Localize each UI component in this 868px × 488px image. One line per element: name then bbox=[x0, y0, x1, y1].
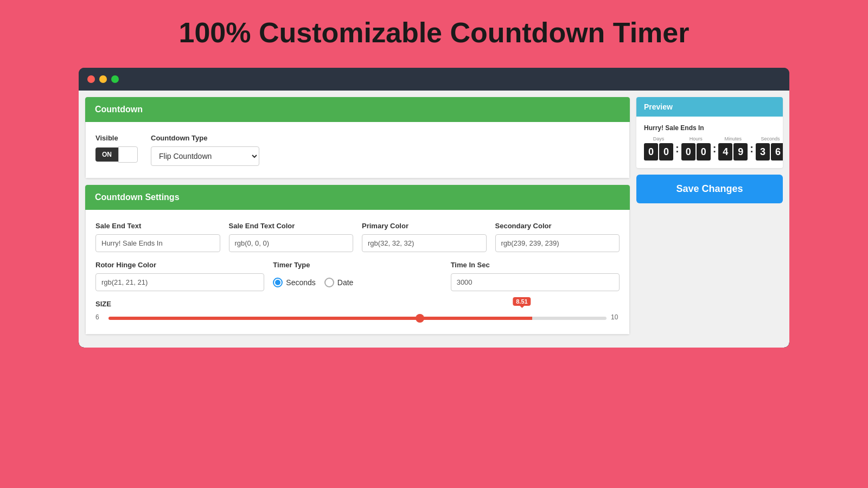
timer-seconds-label[interactable]: Seconds bbox=[273, 278, 315, 287]
countdown-hours: Hours 0 0 bbox=[681, 136, 711, 160]
sale-end-color-input[interactable] bbox=[229, 234, 354, 252]
timer-type-group: Timer Type Seconds Date bbox=[273, 261, 442, 291]
timer-date-label[interactable]: Date bbox=[324, 278, 354, 287]
countdown-section: Countdown Visible ON Countdo bbox=[85, 97, 630, 178]
separator-3: : bbox=[749, 143, 755, 155]
timer-type-label: Timer Type bbox=[273, 261, 442, 269]
rotor-hinge-color-input[interactable] bbox=[95, 273, 264, 291]
countdown-section-body: Visible ON Countdown Type Flip Countdown bbox=[85, 122, 630, 178]
sale-end-text-group: Sale End Text bbox=[95, 222, 220, 252]
primary-color-group: Primary Color bbox=[362, 222, 487, 252]
separator-2: : bbox=[712, 143, 718, 155]
page-title: 100% Customizable Countdown Timer bbox=[179, 16, 690, 49]
time-in-sec-label: Time In Sec bbox=[451, 261, 620, 269]
days-digit-1: 0 bbox=[644, 143, 658, 160]
size-slider[interactable] bbox=[108, 317, 607, 320]
content-area: Countdown Visible ON Countdo bbox=[79, 91, 789, 348]
size-section: SIZE 6 8.51 10 bbox=[95, 300, 620, 322]
timer-seconds-radio[interactable] bbox=[273, 278, 283, 287]
seconds-digit-2: 6 bbox=[771, 143, 783, 160]
countdown-section-header: Countdown bbox=[85, 97, 630, 122]
rotor-hinge-color-group: Rotor Hinge Color bbox=[95, 261, 264, 291]
secondary-color-group: Secondary Color bbox=[495, 222, 620, 252]
settings-section: Countdown Settings Sale End Text Sale En… bbox=[85, 185, 630, 335]
timer-date-text: Date bbox=[337, 278, 354, 287]
settings-section-body: Sale End Text Sale End Text Color Primar… bbox=[85, 210, 630, 335]
toggle-off-button[interactable] bbox=[118, 146, 138, 163]
seconds-label: Seconds bbox=[761, 136, 780, 142]
slider-tooltip: 8.51 bbox=[513, 297, 531, 306]
countdown-type-field-group: Countdown Type Flip Countdown Basic Coun… bbox=[151, 134, 259, 166]
countdown-seconds: Seconds 3 6 bbox=[756, 136, 783, 160]
countdown-days: Days 0 0 bbox=[644, 136, 673, 160]
primary-color-input[interactable] bbox=[362, 234, 487, 252]
sale-end-color-label: Sale End Text Color bbox=[229, 222, 354, 230]
timer-seconds-text: Seconds bbox=[286, 278, 315, 287]
toggle-container: ON bbox=[95, 146, 138, 163]
rotor-hinge-color-label: Rotor Hinge Color bbox=[95, 261, 264, 269]
window-chrome: Countdown Visible ON Countdo bbox=[79, 68, 789, 348]
slider-max: 10 bbox=[611, 313, 620, 321]
dot-red[interactable] bbox=[87, 75, 95, 83]
visible-field-group: Visible ON bbox=[95, 134, 138, 163]
left-panel: Countdown Visible ON Countdo bbox=[85, 97, 630, 341]
settings-section-header: Countdown Settings bbox=[85, 185, 630, 210]
time-in-sec-input[interactable] bbox=[451, 273, 620, 291]
seconds-digit-1: 3 bbox=[756, 143, 770, 160]
slider-min: 6 bbox=[95, 313, 104, 321]
minutes-label: Minutes bbox=[725, 136, 742, 142]
time-in-sec-group: Time In Sec bbox=[451, 261, 620, 291]
days-label: Days bbox=[653, 136, 665, 142]
preview-box: Preview Hurry! Sale Ends In Days 0 0 bbox=[636, 97, 783, 168]
timer-date-radio[interactable] bbox=[324, 278, 334, 287]
hours-digit-2: 0 bbox=[697, 143, 711, 160]
countdown-fields-row: Visible ON Countdown Type Flip Countdown bbox=[95, 134, 620, 166]
main-window: Countdown Visible ON Countdo bbox=[79, 68, 789, 348]
countdown-minutes: Minutes 4 9 bbox=[718, 136, 748, 160]
titlebar bbox=[79, 68, 789, 91]
sale-end-text-input[interactable] bbox=[95, 234, 220, 252]
minutes-digits: 4 9 bbox=[718, 143, 748, 160]
hours-digit-1: 0 bbox=[681, 143, 695, 160]
days-digit-2: 0 bbox=[659, 143, 673, 160]
hours-label: Hours bbox=[690, 136, 703, 142]
dot-green[interactable] bbox=[111, 75, 119, 83]
countdown-type-select[interactable]: Flip Countdown Basic Countdown Circle Co… bbox=[151, 146, 259, 166]
countdown-display: Days 0 0 : Hours 0 bbox=[644, 136, 775, 160]
settings-grid-row2: Rotor Hinge Color Timer Type Seconds bbox=[95, 261, 620, 291]
preview-title: Hurry! Sale Ends In bbox=[644, 124, 775, 132]
sale-end-color-group: Sale End Text Color bbox=[229, 222, 354, 252]
minutes-digit-2: 9 bbox=[733, 143, 748, 160]
countdown-type-label: Countdown Type bbox=[151, 134, 259, 142]
secondary-color-input[interactable] bbox=[495, 234, 620, 252]
preview-body: Hurry! Sale Ends In Days 0 0 : bbox=[636, 117, 783, 168]
settings-grid-row1: Sale End Text Sale End Text Color Primar… bbox=[95, 222, 620, 252]
save-changes-button[interactable]: Save Changes bbox=[636, 175, 783, 203]
minutes-digit-1: 4 bbox=[718, 143, 732, 160]
right-panel: Preview Hurry! Sale Ends In Days 0 0 bbox=[636, 97, 783, 341]
visible-label: Visible bbox=[95, 134, 138, 142]
preview-header: Preview bbox=[636, 97, 783, 117]
slider-wrapper: 8.51 bbox=[108, 312, 607, 322]
separator-1: : bbox=[674, 143, 680, 155]
sale-end-text-label: Sale End Text bbox=[95, 222, 220, 230]
secondary-color-label: Secondary Color bbox=[495, 222, 620, 230]
days-digits: 0 0 bbox=[644, 143, 673, 160]
primary-color-label: Primary Color bbox=[362, 222, 487, 230]
slider-container: 6 8.51 10 bbox=[95, 312, 620, 322]
seconds-digits: 3 6 bbox=[756, 143, 783, 160]
hours-digits: 0 0 bbox=[681, 143, 711, 160]
size-label: SIZE bbox=[95, 300, 620, 308]
dot-yellow[interactable] bbox=[99, 75, 107, 83]
toggle-on-button[interactable]: ON bbox=[95, 147, 118, 162]
timer-type-radio-group: Seconds Date bbox=[273, 278, 442, 287]
